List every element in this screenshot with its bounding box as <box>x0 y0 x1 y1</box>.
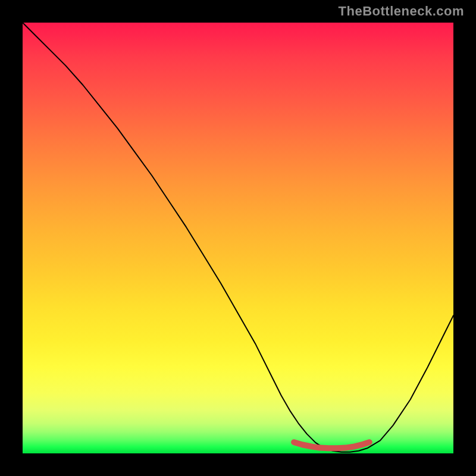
watermark-text: TheBottleneck.com <box>339 4 464 19</box>
chart-container: TheBottleneck.com <box>0 0 476 476</box>
plot-area <box>23 23 453 453</box>
bottleneck-curve <box>23 23 453 453</box>
